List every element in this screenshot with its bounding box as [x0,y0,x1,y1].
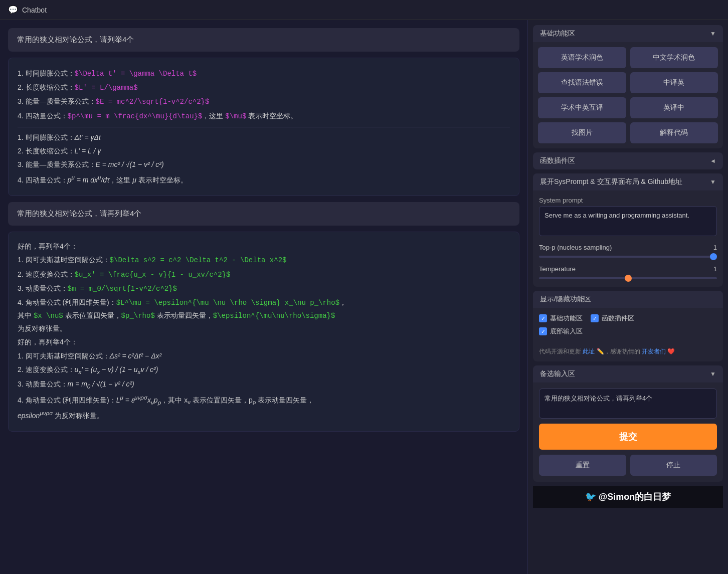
toggle-body: ✓ 基础功能区 ✓ 函数插件区 ✓ 底部输入区 [533,308,723,342]
top-p-row: Top-p (nucleus sampling) 1 [539,244,717,251]
stop-button[interactable]: 停止 [630,455,717,476]
developers-link[interactable]: 开发者们 [642,348,666,355]
msg-text: 好的，再列举4个： [18,240,510,253]
sysprompt-header[interactable]: 展开SysPrompt & 交互界面布局 & Github地址 ▼ [533,173,723,190]
checkbox-bottom[interactable]: ✓ [539,327,547,335]
source-link[interactable]: 此址 [583,348,595,355]
msg-item: 4. 角动量公式 (利用四维矢量)：$L^\mu = \epsilon^{\mu… [18,296,510,335]
temperature-slider[interactable] [539,277,717,279]
plugin-section: 函数插件区 ◄ [533,152,723,169]
heart-icon: ❤️ [667,348,675,355]
rendered-math: Δt' = γΔt [75,133,101,141]
latex-code: $\mu$ [225,112,246,120]
section-title: 展开SysPrompt & 交互界面布局 & Github地址 [540,177,682,186]
msg-item: 4. 角动量公式 (利用四维矢量)：Lμ = εμνρσxνpρ，其中 xν 表… [18,392,510,422]
msg-item: 1. 闵可夫斯基时空间隔公式：Δs² = c²Δt² − Δx² [18,350,510,362]
sysprompt-section: 展开SysPrompt & 交互界面布局 & Github地址 ▼ System… [533,173,723,287]
msg-item: 4. 四动量公式：pμ = m dxμ/dτ，这里 μ 表示时空坐标。 [18,172,510,186]
system-prompt-input[interactable] [539,206,717,236]
weibo-icon: 🐦 [585,492,596,502]
assistant-message-1: 1. 时间膨胀公式：$\Delta t' = \gamma \Delta t$ … [8,58,519,196]
plugin-header[interactable]: 函数插件区 ◄ [533,152,723,169]
find-image-button[interactable]: 找图片 [538,122,626,143]
top-p-value: 1 [707,244,717,251]
section-title: 基础功能区 [540,29,575,38]
temperature-group: Temperature 1 [539,265,717,281]
checkbox-basic[interactable]: ✓ [539,314,547,322]
latex-code: $\epsilon^{\mu\nu\rho\sigma}$ [213,312,335,320]
submit-button[interactable]: 提交 [539,424,717,450]
msg-item: 3. 动质量公式：$m = m_0/\sqrt{1-v^2/c^2}$ [18,282,510,295]
watermark: 🐦 @Simon的白日梦 [533,486,723,508]
toggle-row-2: ✓ 底部输入区 [539,327,717,336]
grammar-check-button[interactable]: 查找语法错误 [538,72,626,93]
rendered-math: m = m0 / √(1 − v² / c²) [68,380,134,388]
msg-item: 2. 速度变换公式：ux' = (ux − v) / (1 − uxv / c²… [18,363,510,377]
msg-item: 4. 四动量公式：$p^\mu = m \frac{dx^\mu}{d\tau}… [18,110,510,123]
watermark-text: @Simon的白日梦 [599,492,671,502]
rendered-math: E = mc² / √(1 − v² / c²) [96,160,164,168]
app-title: Chatbot [22,6,47,14]
english-polish-button[interactable]: 英语学术润色 [538,47,626,68]
top-p-slider[interactable] [539,256,717,258]
latex-code: $E = mc^2/\sqrt{1-v^2/c^2}$ [96,98,210,106]
system-prompt-group: System prompt [539,197,717,238]
chevron-down-icon: ▼ [710,370,716,377]
latex-code: $u_x' = \frac{u_x - v}{1 - u_xv/c^2}$ [75,271,231,279]
alt-input-field[interactable] [539,389,717,419]
right-panel: 基础功能区 ▼ 英语学术润色 中文学术润色 查找语法错误 中译英 学术中英互译 … [527,20,728,574]
rendered-math: pμ = m dxμ/dτ [68,176,110,184]
msg-item: 3. 能量—质量关系公式：E = mc² / √(1 − v² / c²) [18,158,510,171]
latex-code: $L^\mu = \epsilon^{\mu \nu \rho \sigma} … [116,299,339,307]
rendered-math: L' = L / γ [75,147,101,155]
chevron-left-icon: ◄ [710,157,716,164]
divider [18,127,510,127]
explain-code-button[interactable]: 解释代码 [630,122,718,143]
msg-item: 3. 动质量公式：m = m0 / √(1 − v² / c²) [18,378,510,392]
section-title: 备选输入区 [540,369,575,378]
chinese-polish-button[interactable]: 中文学术润色 [630,47,718,68]
toggle-bottom: ✓ 底部输入区 [539,327,583,336]
en-to-cn-button[interactable]: 英译中 [630,97,718,118]
top-p-group: Top-p (nucleus sampling) 1 [539,244,717,259]
reset-button[interactable]: 重置 [539,455,626,476]
basic-functions-body: 英语学术润色 中文学术润色 查找语法错误 中译英 学术中英互译 英译中 找图片 … [533,42,723,148]
alt-input-section: 备选输入区 ▼ 提交 重置 停止 [533,365,723,482]
top-p-label: Top-p (nucleus sampling) [539,244,703,251]
top-p-slider-container [539,251,717,259]
section-title: 函数插件区 [540,156,575,165]
toggle-basic: ✓ 基础功能区 [539,314,583,323]
msg-text: 好的，再列举4个： [18,336,510,348]
toggle-section: 显示/隐藏功能区 ✓ 基础功能区 ✓ 函数插件区 ✓ 底部输入区 [533,291,723,361]
system-prompt-label: System prompt [539,197,717,204]
chatbot-icon: 💬 [8,5,18,15]
temperature-row: Temperature 1 [539,265,717,273]
basic-functions-section: 基础功能区 ▼ 英语学术润色 中文学术润色 查找语法错误 中译英 学术中英互译 … [533,25,723,148]
toggle-label-bottom: 底部输入区 [550,327,583,336]
top-bar: 💬 Chatbot [0,0,728,20]
rendered-math: Δs² = c²Δt² − Δx² [110,352,162,360]
temperature-label: Temperature [539,265,703,273]
latex-code: $\Delta s^2 = c^2 \Delta t^2 - \Delta x^… [110,256,287,264]
latex-code: $L' = L/\gamma$ [75,84,138,92]
latex-code: $m = m_0/\sqrt{1-v^2/c^2}$ [68,285,177,293]
temperature-value: 1 [707,265,717,273]
cn-to-en-button[interactable]: 中译英 [630,72,718,93]
rendered-math: epsilonμνρσ [18,412,53,420]
alt-input-header[interactable]: 备选输入区 ▼ [533,365,723,382]
academic-translate-button[interactable]: 学术中英互译 [538,97,626,118]
chevron-down-icon: ▼ [710,30,716,37]
toggle-section-title: 显示/隐藏功能区 [540,295,591,304]
chevron-down-icon: ▼ [710,178,716,185]
checkbox-plugin[interactable]: ✓ [591,314,599,322]
chat-panel: 常用的狭义相对论公式，请列举4个 1. 时间膨胀公式：$\Delta t' = … [0,20,527,574]
temperature-slider-container [539,273,717,281]
msg-item: 1. 闵可夫斯基时空间隔公式：$\Delta s^2 = c^2 \Delta … [18,254,510,267]
msg-item: 2. 长度收缩公式：L' = L / γ [18,145,510,157]
latex-code: $p^\mu = m \frac{dx^\mu}{d\tau}$ [68,112,203,120]
rendered-math: Lμ = εμνρσxνpρ [116,396,161,404]
msg-item: 1. 时间膨胀公式：Δt' = γΔt [18,131,510,144]
main-layout: 常用的狭义相对论公式，请列举4个 1. 时间膨胀公式：$\Delta t' = … [0,20,728,574]
basic-functions-header[interactable]: 基础功能区 ▼ [533,25,723,42]
toggle-label-plugin: 函数插件区 [602,314,634,323]
